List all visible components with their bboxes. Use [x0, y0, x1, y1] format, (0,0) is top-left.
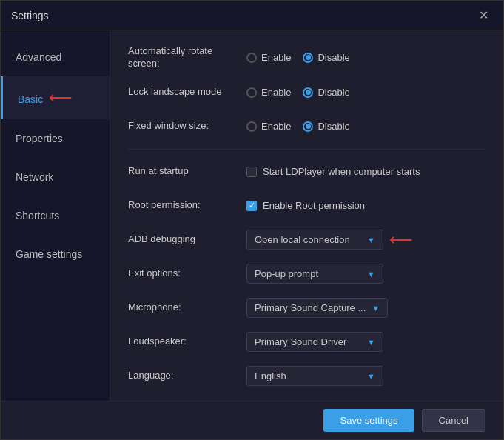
auto-rotate-disable-radio[interactable]	[303, 53, 313, 63]
auto-rotate-options: Enable Disable	[246, 52, 350, 63]
fixed-window-enable[interactable]: Enable	[246, 121, 291, 132]
footer: Save settings Cancel	[1, 401, 503, 439]
sidebar-item-advanced[interactable]: Advanced	[1, 38, 110, 76]
lock-landscape-disable-radio[interactable]	[303, 87, 313, 98]
adb-debugging-arrow: ▼	[367, 236, 375, 244]
auto-rotate-disable-label: Disable	[317, 52, 349, 63]
run-startup-row: Run at startup Start LDPlayer when compu…	[128, 160, 485, 184]
auto-rotate-label: Automatically rotate screen:	[128, 45, 246, 70]
root-permission-label: Root permission:	[128, 199, 246, 212]
language-label: Language:	[128, 370, 246, 382]
sidebar-label-shortcuts: Shortcuts	[16, 210, 59, 221]
adb-debugging-dropdown[interactable]: Open local connection ▼	[246, 230, 383, 250]
window-title: Settings	[11, 10, 49, 21]
basic-arrow-indicator: ⟵	[49, 90, 73, 106]
lock-landscape-row: Lock landscape mode Enable Disable	[128, 81, 485, 104]
fixed-window-disable-label: Disable	[317, 121, 349, 132]
loudspeaker-arrow: ▼	[367, 338, 375, 347]
microphone-row: Microphone: Primary Sound Capture ... ▼	[128, 296, 485, 320]
save-settings-button[interactable]: Save settings	[323, 409, 414, 432]
sidebar: Advanced Basic ⟵ Properties Network Shor…	[1, 30, 110, 401]
fixed-window-enable-radio[interactable]	[246, 121, 257, 132]
fixed-window-label: Fixed window size:	[128, 120, 246, 133]
microphone-dropdown[interactable]: Primary Sound Capture ... ▼	[246, 298, 388, 318]
run-startup-checkbox-label: Start LDPlayer when computer starts	[263, 166, 420, 177]
fixed-window-disable-radio[interactable]	[303, 121, 313, 132]
language-arrow: ▼	[367, 372, 375, 381]
lock-landscape-enable[interactable]: Enable	[246, 87, 291, 98]
sidebar-label-basic: Basic	[18, 93, 43, 105]
titlebar: Settings ✕	[1, 1, 503, 30]
lock-landscape-disable-label: Disable	[317, 87, 349, 98]
fixed-window-options: Enable Disable	[246, 121, 350, 132]
sidebar-item-properties[interactable]: Properties	[1, 119, 110, 158]
exit-options-row: Exit options: Pop-up prompt ▼	[128, 262, 485, 286]
fixed-window-enable-label: Enable	[261, 121, 291, 132]
exit-options-value: Pop-up prompt	[255, 268, 361, 279]
sidebar-label-network: Network	[16, 171, 53, 183]
sidebar-item-basic[interactable]: Basic ⟵	[1, 76, 110, 119]
root-permission-checkbox[interactable]: ✓	[246, 201, 257, 211]
loudspeaker-dropdown[interactable]: Primary Sound Driver ▼	[246, 332, 383, 352]
auto-rotate-row: Automatically rotate screen: Enable Disa…	[128, 45, 485, 70]
auto-rotate-enable-label: Enable	[261, 52, 291, 63]
auto-rotate-disable[interactable]: Disable	[303, 52, 349, 63]
exit-options-dropdown[interactable]: Pop-up prompt ▼	[246, 264, 383, 284]
exit-options-label: Exit options:	[128, 267, 246, 280]
adb-arrow-indicator: ⟵	[389, 230, 413, 250]
microphone-arrow: ▼	[372, 304, 380, 313]
root-permission-checkbox-label: Enable Root permission	[263, 200, 365, 211]
sidebar-label-game-settings: Game settings	[16, 248, 82, 260]
divider-1	[128, 149, 485, 150]
close-button[interactable]: ✕	[474, 7, 493, 24]
main-panel: Automatically rotate screen: Enable Disa…	[110, 30, 503, 401]
lock-landscape-label: Lock landscape mode	[128, 86, 246, 99]
microphone-label: Microphone:	[128, 301, 246, 314]
exit-options-arrow: ▼	[367, 270, 375, 279]
lock-landscape-options: Enable Disable	[246, 87, 350, 98]
fixed-window-disable[interactable]: Disable	[303, 121, 349, 132]
language-dropdown[interactable]: English ▼	[246, 366, 383, 386]
microphone-value: Primary Sound Capture ...	[255, 302, 366, 313]
fixed-window-row: Fixed window size: Enable Disable	[128, 115, 485, 139]
root-permission-checkbox-row[interactable]: ✓ Enable Root permission	[246, 200, 365, 211]
lock-landscape-enable-radio[interactable]	[246, 87, 257, 98]
auto-rotate-enable-radio[interactable]	[246, 53, 257, 63]
lock-landscape-disable[interactable]: Disable	[303, 87, 349, 98]
adb-debugging-row: ADB debugging Open local connection ▼ ⟵	[128, 228, 485, 252]
settings-window: Settings ✕ Advanced Basic ⟵ Properties N…	[0, 0, 504, 440]
language-row: Language: English ▼	[128, 364, 485, 388]
run-startup-label: Run at startup	[128, 165, 246, 178]
lock-landscape-enable-label: Enable	[261, 87, 291, 98]
run-startup-checkbox[interactable]	[246, 167, 257, 177]
loudspeaker-row: Loudspeaker: Primary Sound Driver ▼	[128, 330, 485, 354]
auto-rotate-enable[interactable]: Enable	[246, 52, 291, 63]
adb-debugging-value: Open local connection	[255, 234, 361, 245]
loudspeaker-label: Loudspeaker:	[128, 336, 246, 348]
sidebar-item-network[interactable]: Network	[1, 158, 110, 196]
sidebar-item-shortcuts[interactable]: Shortcuts	[1, 196, 110, 235]
sidebar-label-advanced: Advanced	[16, 51, 61, 63]
cancel-button[interactable]: Cancel	[422, 409, 485, 432]
content-area: Advanced Basic ⟵ Properties Network Shor…	[1, 30, 503, 401]
adb-debugging-label: ADB debugging	[128, 233, 246, 246]
language-value: English	[255, 370, 361, 381]
root-permission-row: Root permission: ✓ Enable Root permissio…	[128, 194, 485, 218]
loudspeaker-value: Primary Sound Driver	[255, 336, 361, 347]
run-startup-checkbox-row[interactable]: Start LDPlayer when computer starts	[246, 166, 420, 177]
sidebar-item-game-settings[interactable]: Game settings	[1, 235, 110, 273]
sidebar-label-properties: Properties	[16, 133, 63, 144]
